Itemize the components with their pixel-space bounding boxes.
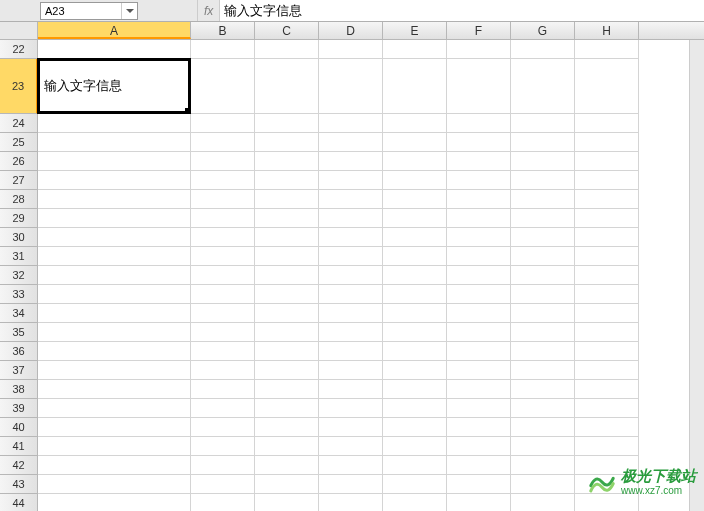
cell[interactable] (447, 342, 511, 361)
cell-grid[interactable]: 输入文字信息 (38, 40, 704, 511)
cell[interactable] (383, 456, 447, 475)
cell[interactable] (38, 152, 191, 171)
cell[interactable] (191, 114, 255, 133)
cell[interactable] (447, 171, 511, 190)
row-header-28[interactable]: 28 (0, 190, 38, 209)
cell[interactable] (255, 247, 319, 266)
cell[interactable] (255, 171, 319, 190)
cell[interactable] (447, 209, 511, 228)
cell[interactable] (191, 380, 255, 399)
cell[interactable] (575, 361, 639, 380)
cell[interactable] (38, 59, 191, 114)
cell[interactable] (575, 190, 639, 209)
cell[interactable] (511, 114, 575, 133)
cell[interactable] (191, 266, 255, 285)
cell[interactable] (38, 361, 191, 380)
cell[interactable] (383, 228, 447, 247)
row-header-27[interactable]: 27 (0, 171, 38, 190)
cell[interactable] (319, 152, 383, 171)
cell[interactable] (191, 133, 255, 152)
cell[interactable] (255, 399, 319, 418)
column-header-H[interactable]: H (575, 22, 639, 39)
cell[interactable] (319, 456, 383, 475)
row-header-37[interactable]: 37 (0, 361, 38, 380)
cell[interactable] (383, 190, 447, 209)
cell[interactable] (191, 361, 255, 380)
cell[interactable] (511, 228, 575, 247)
cell[interactable] (383, 59, 447, 114)
cell[interactable] (383, 266, 447, 285)
cell[interactable] (511, 361, 575, 380)
cell[interactable] (383, 494, 447, 511)
row-header-38[interactable]: 38 (0, 380, 38, 399)
cell[interactable] (191, 418, 255, 437)
cell[interactable] (383, 285, 447, 304)
cell[interactable] (575, 304, 639, 323)
cell[interactable] (38, 209, 191, 228)
cell[interactable] (511, 494, 575, 511)
cell[interactable] (319, 59, 383, 114)
cell[interactable] (383, 171, 447, 190)
cell[interactable] (383, 133, 447, 152)
cell[interactable] (255, 456, 319, 475)
cell[interactable] (575, 399, 639, 418)
cell[interactable] (319, 40, 383, 59)
column-header-D[interactable]: D (319, 22, 383, 39)
cell[interactable] (255, 285, 319, 304)
cell[interactable] (319, 361, 383, 380)
cell[interactable] (575, 228, 639, 247)
cell[interactable] (191, 40, 255, 59)
cell[interactable] (38, 40, 191, 59)
name-box-dropdown-icon[interactable] (121, 3, 137, 19)
cell[interactable] (447, 247, 511, 266)
cell[interactable] (447, 133, 511, 152)
cell[interactable] (255, 133, 319, 152)
cell[interactable] (319, 399, 383, 418)
cell[interactable] (511, 342, 575, 361)
row-header-41[interactable]: 41 (0, 437, 38, 456)
row-header-25[interactable]: 25 (0, 133, 38, 152)
cell[interactable] (511, 209, 575, 228)
cell[interactable] (319, 209, 383, 228)
cell[interactable] (511, 323, 575, 342)
cell[interactable] (511, 304, 575, 323)
cell[interactable] (319, 285, 383, 304)
cell[interactable] (319, 494, 383, 511)
cell[interactable] (255, 418, 319, 437)
cell[interactable] (255, 209, 319, 228)
cell[interactable] (447, 304, 511, 323)
cell[interactable] (575, 209, 639, 228)
cell[interactable] (191, 304, 255, 323)
cell[interactable] (511, 40, 575, 59)
cell[interactable] (38, 323, 191, 342)
row-header-35[interactable]: 35 (0, 323, 38, 342)
cell[interactable] (575, 59, 639, 114)
cell[interactable] (191, 285, 255, 304)
cell[interactable] (575, 323, 639, 342)
row-header-43[interactable]: 43 (0, 475, 38, 494)
column-header-G[interactable]: G (511, 22, 575, 39)
row-header-39[interactable]: 39 (0, 399, 38, 418)
cell[interactable] (319, 380, 383, 399)
cell[interactable] (38, 304, 191, 323)
cell[interactable] (383, 361, 447, 380)
row-header-40[interactable]: 40 (0, 418, 38, 437)
cell[interactable] (447, 323, 511, 342)
cell[interactable] (255, 228, 319, 247)
cell[interactable] (191, 494, 255, 511)
fx-icon[interactable]: fx (198, 4, 219, 18)
row-header-24[interactable]: 24 (0, 114, 38, 133)
cell[interactable] (38, 380, 191, 399)
cell[interactable] (383, 40, 447, 59)
cell[interactable] (575, 114, 639, 133)
cell[interactable] (191, 475, 255, 494)
cell[interactable] (38, 437, 191, 456)
row-header-26[interactable]: 26 (0, 152, 38, 171)
row-header-31[interactable]: 31 (0, 247, 38, 266)
cell[interactable] (447, 266, 511, 285)
cell[interactable] (575, 171, 639, 190)
row-header-29[interactable]: 29 (0, 209, 38, 228)
cell[interactable] (38, 418, 191, 437)
row-header-34[interactable]: 34 (0, 304, 38, 323)
cell[interactable] (191, 59, 255, 114)
